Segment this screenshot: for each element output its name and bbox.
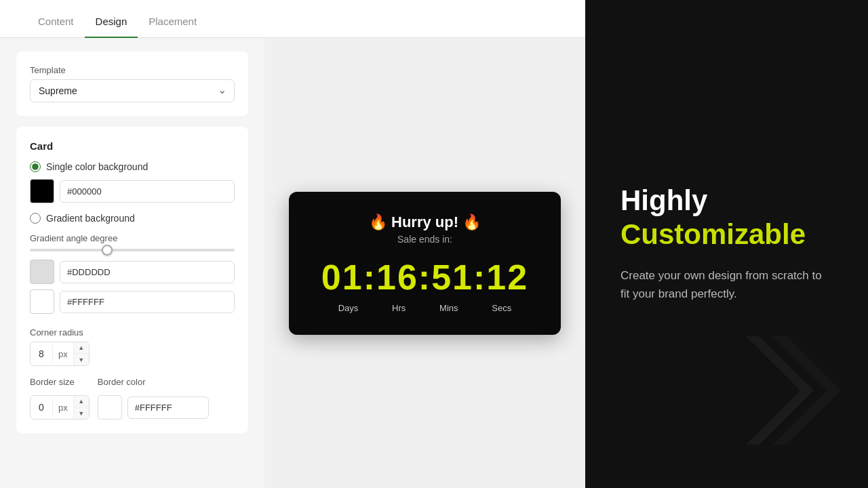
sidebar-form: Template Supreme Card Single color backg… (0, 38, 264, 488)
tab-design[interactable]: Design (85, 6, 138, 38)
decorative-arrows (719, 323, 854, 461)
template-select[interactable]: Supreme (30, 79, 235, 102)
gradient-label: Gradient background (46, 213, 135, 224)
gradient-color1-input[interactable]: #DDDDDD (60, 261, 235, 283)
border-color-field: Border color #FFFFFF (98, 377, 209, 420)
card-section: Card Single color background #000000 Gra… (16, 127, 248, 433)
border-size-arrows: ▲ ▼ (73, 396, 89, 419)
gradient-angle-label: Gradient angle degree (30, 233, 235, 243)
timer-label-days: Days (338, 303, 359, 313)
corner-radius-up[interactable]: ▲ (74, 342, 89, 354)
left-panel: Content Design Placement Template Suprem… (0, 0, 585, 488)
border-color-input[interactable]: #FFFFFF (127, 396, 209, 419)
single-color-label: Single color background (46, 161, 148, 172)
border-color-label: Border color (98, 377, 209, 387)
timer-labels: Days Hrs Mins Secs (321, 303, 528, 313)
border-size-unit: px (52, 399, 73, 417)
svg-marker-0 (746, 336, 814, 445)
template-section: Template Supreme (16, 52, 248, 116)
gradient-section: Gradient angle degree #DDDDDD #FFFFFF (30, 233, 235, 314)
border-row: Border size 0 px ▲ ▼ Border (30, 377, 235, 420)
gradient-angle-slider-track (30, 249, 235, 251)
corner-radius-value: 8 (31, 344, 52, 363)
border-size-label: Border size (30, 377, 90, 387)
right-heading-green: Customizable (620, 219, 833, 250)
main-content: Template Supreme Card Single color backg… (0, 38, 585, 488)
corner-radius-label: Corner radius (30, 327, 235, 338)
color-swatch-black[interactable] (30, 179, 54, 203)
right-panel: Highly Customizable Create your own desi… (585, 0, 868, 488)
deco-arrows-svg (719, 323, 854, 458)
preview-area: 🔥 Hurry up! 🔥 Sale ends in: 01:16:51:12 … (264, 38, 585, 488)
gradient-color1-swatch[interactable] (30, 260, 54, 284)
tab-content[interactable]: Content (27, 6, 85, 38)
tab-placement[interactable]: Placement (138, 6, 208, 38)
border-container: Border size 0 px ▲ ▼ Border (30, 377, 235, 420)
single-color-radio[interactable] (30, 161, 41, 172)
card-section-title: Card (30, 140, 235, 152)
color-hex-input[interactable]: #000000 (60, 180, 235, 203)
template-select-wrapper: Supreme (30, 79, 235, 102)
border-size-field: Border size 0 px ▲ ▼ (30, 377, 90, 420)
timer-display: 01:16:51:12 (321, 257, 528, 298)
timer-label-hrs: Hrs (392, 303, 406, 313)
border-size-up[interactable]: ▲ (74, 396, 89, 407)
gradient-color1-row: #DDDDDD (30, 260, 235, 284)
timer-label-secs: Secs (492, 303, 511, 313)
corner-radius-down[interactable]: ▼ (74, 354, 89, 365)
border-color-swatch[interactable] (98, 395, 122, 420)
border-size-value: 0 (31, 398, 52, 417)
right-description: Create your own design from scratch to f… (620, 266, 833, 303)
gradient-radio-item[interactable]: Gradient background (30, 213, 235, 224)
gradient-color2-swatch[interactable] (30, 289, 54, 314)
border-size-input-box: 0 px ▲ ▼ (30, 395, 90, 420)
gradient-color2-row: #FFFFFF (30, 289, 235, 314)
single-color-row: #000000 (30, 179, 235, 203)
gradient-angle-slider-thumb[interactable] (102, 245, 113, 256)
timer-label-mins: Mins (439, 303, 458, 313)
card-preview-subtitle: Sale ends in: (321, 234, 528, 245)
gradient-color2-input[interactable]: #FFFFFF (60, 291, 235, 313)
corner-radius-arrows: ▲ ▼ (73, 342, 89, 365)
border-size-down[interactable]: ▼ (74, 407, 89, 419)
corner-radius-container: Corner radius 8 px ▲ ▼ (30, 327, 235, 366)
countdown-card: 🔥 Hurry up! 🔥 Sale ends in: 01:16:51:12 … (289, 192, 561, 335)
card-preview-title: 🔥 Hurry up! 🔥 (321, 214, 528, 231)
tabs-bar: Content Design Placement (0, 0, 585, 38)
right-heading-white: Highly (620, 185, 833, 216)
corner-radius-unit: px (52, 345, 73, 363)
border-color-row: #FFFFFF (98, 395, 209, 420)
single-color-radio-item[interactable]: Single color background (30, 161, 235, 172)
corner-radius-input-box: 8 px ▲ ▼ (30, 342, 90, 366)
gradient-radio[interactable] (30, 213, 41, 224)
template-label: Template (30, 65, 235, 75)
